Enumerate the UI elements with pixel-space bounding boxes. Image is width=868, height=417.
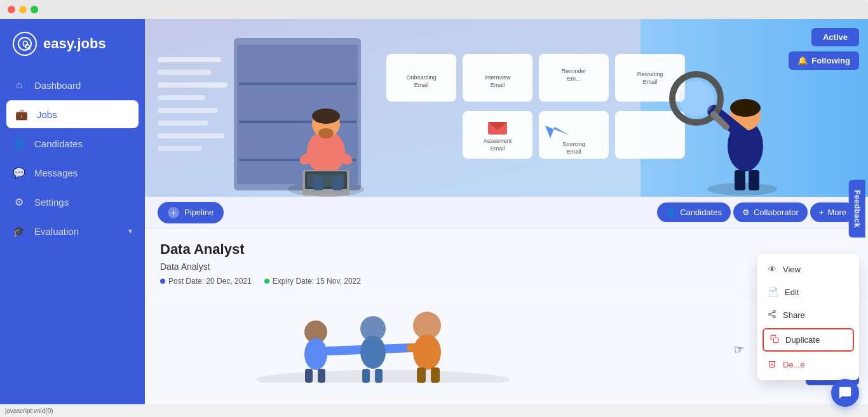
delete-icon: [768, 359, 776, 370]
job-meta: Post Date: 20 Dec, 2021 Expiry Date: 15 …: [160, 277, 853, 286]
more-plus-icon: +: [819, 208, 824, 217]
svg-text:Em...: Em...: [567, 76, 580, 82]
svg-text:Email: Email: [643, 79, 658, 85]
sidebar-label-jobs: Jobs: [37, 109, 57, 120]
svg-rect-73: [318, 369, 325, 383]
svg-text:Recruiting: Recruiting: [637, 71, 663, 77]
job-title: Data Analyst: [160, 241, 853, 258]
sidebar-logo[interactable]: Q easy.jobs: [0, 32, 145, 71]
expiry-dot: [264, 279, 269, 284]
job-subtitle: Data Analyst: [160, 261, 853, 272]
svg-rect-61: [735, 170, 745, 190]
sidebar-item-dashboard[interactable]: ⌂ Dashboard: [0, 71, 145, 99]
candidates-tab[interactable]: 👤 Candidates: [657, 202, 731, 222]
window-chrome: [0, 0, 868, 19]
svg-point-59: [679, 81, 714, 116]
view-icon: 👁: [768, 264, 776, 274]
svg-rect-16: [239, 83, 356, 85]
collaborator-tab-icon: ⚙: [742, 208, 750, 217]
delete-label: De...e: [783, 360, 805, 369]
sidebar-label-evaluation: Evaluation: [34, 226, 79, 237]
edit-icon: 📄: [768, 287, 778, 297]
logo-icon: Q: [13, 32, 37, 56]
svg-rect-29: [313, 176, 323, 190]
dropdown-edit[interactable]: 📄 Edit: [757, 281, 859, 303]
svg-point-23: [318, 128, 334, 138]
chat-button[interactable]: [831, 379, 859, 407]
candidates-tab-icon: 👤: [666, 208, 676, 217]
dropdown-delete[interactable]: De...e: [757, 353, 859, 376]
minimize-dot[interactable]: [19, 6, 27, 13]
following-button[interactable]: 🔔 Following: [789, 51, 859, 70]
duplicate-icon: [770, 334, 779, 345]
share-label: Share: [783, 310, 805, 320]
status-url: javascript:void(0): [5, 407, 53, 414]
svg-text:Internview: Internview: [484, 74, 511, 81]
tab-bar: + Pipeline 👤 Candidates ⚙ Collaborator +…: [145, 197, 868, 228]
dashboard-icon: ⌂: [13, 79, 25, 91]
svg-point-78: [773, 310, 776, 313]
sidebar-item-jobs[interactable]: 💼 Jobs: [6, 100, 139, 128]
sidebar-item-messages[interactable]: 💬 Messages: [0, 159, 145, 187]
sidebar-label-messages: Messages: [34, 168, 78, 178]
active-button[interactable]: Active: [811, 28, 859, 46]
svg-point-79: [769, 313, 771, 315]
svg-point-71: [360, 336, 386, 369]
bottom-illustration: [160, 307, 605, 383]
dropdown-share[interactable]: Share: [757, 303, 859, 327]
dropdown-duplicate[interactable]: Duplicate: [763, 328, 854, 352]
candidates-icon: 👤: [13, 137, 25, 150]
duplicate-label: Duplicate: [785, 335, 820, 345]
svg-rect-6: [158, 57, 221, 62]
pipeline-tab-label: Pipeline: [184, 208, 214, 217]
sidebar-label-dashboard: Dashboard: [34, 80, 81, 91]
messages-icon: 💬: [13, 166, 25, 179]
expiry-date: Expiry Date: 15 Nov, 2022: [264, 277, 361, 286]
collaborator-tab[interactable]: ⚙ Collaborator: [733, 202, 808, 222]
svg-text:Reminder: Reminder: [561, 68, 586, 74]
pipeline-plus-icon: +: [168, 207, 179, 218]
feedback-tab[interactable]: Feedback: [848, 180, 865, 237]
jobs-icon: 💼: [15, 108, 28, 121]
svg-text:Email: Email: [491, 82, 505, 88]
status-bar: javascript:void(0): [0, 404, 868, 417]
svg-rect-76: [417, 367, 426, 383]
svg-rect-13: [158, 146, 202, 151]
sidebar-nav: ⌂ Dashboard 💼 Jobs 👤 Candidates 💬 Messag…: [0, 71, 145, 245]
post-dot: [160, 279, 165, 284]
svg-point-67: [413, 334, 441, 370]
pipeline-tab[interactable]: + Pipeline: [158, 202, 224, 223]
candidates-tab-label: Candidates: [680, 208, 722, 217]
svg-text:Onboarding: Onboarding: [406, 74, 436, 81]
post-date: Post Date: 20 Dec, 2021: [160, 277, 252, 286]
svg-rect-8: [158, 83, 227, 88]
sidebar-item-settings[interactable]: ⚙ Settings: [0, 188, 145, 216]
svg-text:Assesment: Assesment: [484, 138, 512, 144]
sidebar-label-candidates: Candidates: [34, 138, 83, 149]
app-container: Q easy.jobs ⌂ Dashboard 💼 Jobs 👤 Candida…: [0, 19, 868, 417]
sidebar: Q easy.jobs ⌂ Dashboard 💼 Jobs 👤 Candida…: [0, 19, 145, 417]
hero-status-buttons: Active 🔔 Following: [789, 28, 859, 70]
view-label: View: [783, 265, 801, 274]
svg-rect-83: [773, 338, 778, 343]
svg-line-82: [771, 312, 773, 314]
sidebar-item-candidates[interactable]: 👤 Candidates: [0, 129, 145, 157]
evaluation-icon: 🎓: [13, 225, 25, 237]
app-name: easy.jobs: [43, 36, 106, 52]
svg-text:Email: Email: [567, 149, 581, 155]
collaborator-tab-label: Collaborator: [754, 208, 799, 217]
svg-rect-72: [305, 369, 313, 383]
svg-rect-75: [375, 369, 383, 383]
settings-icon: ⚙: [13, 195, 25, 208]
svg-point-22: [312, 109, 340, 124]
dropdown-menu: 👁 View 📄 Edit Share: [757, 254, 859, 380]
maximize-dot[interactable]: [31, 6, 38, 13]
svg-text:Email: Email: [491, 145, 505, 152]
svg-rect-12: [158, 133, 224, 138]
sidebar-item-evaluation[interactable]: 🎓 Evaluation ▾: [0, 217, 145, 245]
following-bell-icon: 🔔: [797, 56, 808, 65]
close-dot[interactable]: [8, 6, 15, 13]
evaluation-chevron: ▾: [128, 227, 132, 235]
dropdown-view[interactable]: 👁 View: [757, 258, 859, 281]
svg-rect-77: [431, 367, 440, 383]
